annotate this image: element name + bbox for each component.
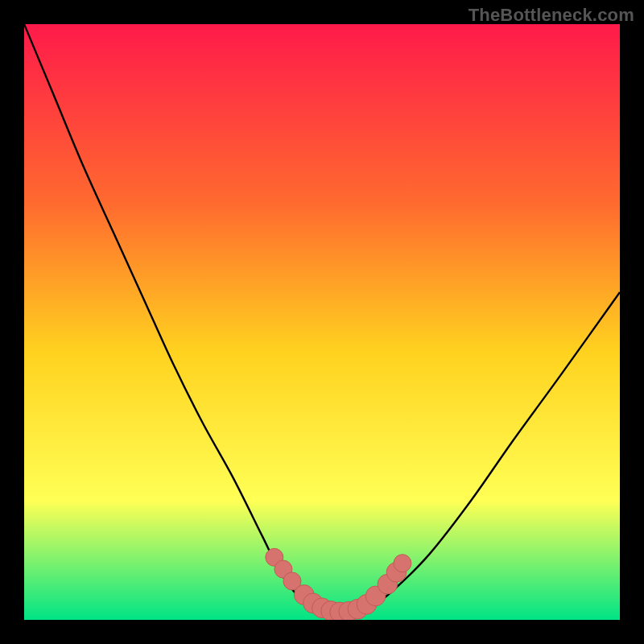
chart-frame: TheBottleneck.com bbox=[0, 0, 644, 644]
chart-background-gradient bbox=[24, 24, 620, 620]
watermark-text: TheBottleneck.com bbox=[469, 5, 634, 26]
chart-marker bbox=[394, 555, 411, 572]
chart-svg bbox=[24, 24, 620, 620]
chart-plot-area bbox=[24, 24, 620, 620]
